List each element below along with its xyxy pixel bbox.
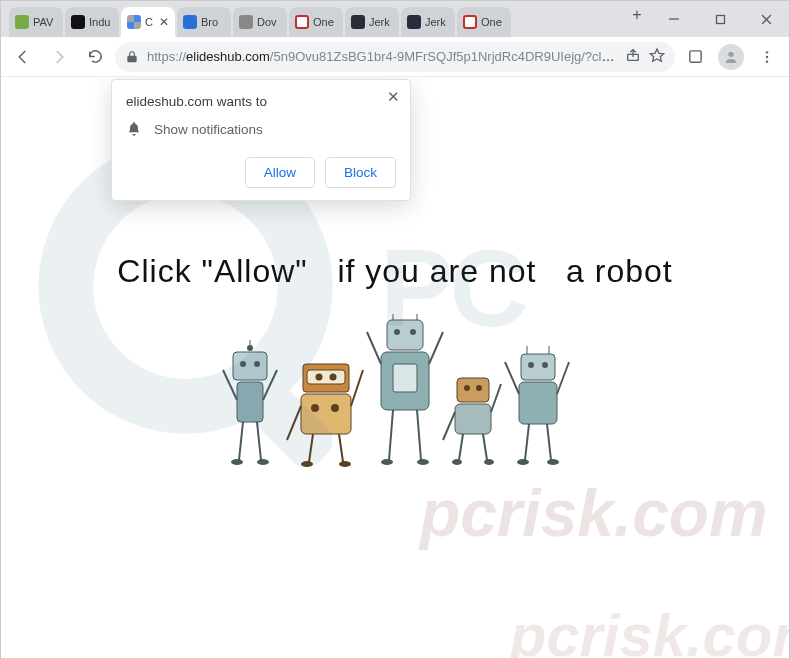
tab-label: C (145, 16, 153, 28)
browser-tab[interactable]: Bro (177, 7, 231, 37)
svg-rect-58 (455, 404, 491, 434)
svg-rect-1 (716, 15, 724, 23)
url-text: https://elideshub.com/5n9Ovu81ZsBG1br4-9… (147, 49, 617, 64)
share-icon[interactable] (625, 47, 641, 66)
svg-point-63 (452, 459, 462, 465)
tab-label: Bro (201, 16, 218, 28)
tab-strip: PAVInduC✕BroDovOneJerkJerkOne (1, 1, 623, 37)
favicon-icon (127, 15, 141, 29)
svg-point-20 (240, 361, 246, 367)
browser-tab[interactable]: One (457, 7, 511, 37)
svg-point-32 (330, 374, 337, 381)
svg-line-39 (339, 434, 343, 462)
back-button[interactable] (7, 41, 39, 73)
svg-line-38 (309, 434, 313, 462)
browser-tab[interactable]: Dov (233, 7, 287, 37)
svg-point-21 (254, 361, 260, 367)
svg-line-37 (351, 370, 363, 406)
svg-point-67 (542, 362, 548, 368)
svg-line-49 (367, 332, 381, 364)
svg-point-8 (728, 51, 733, 56)
new-tab-button[interactable]: + (623, 1, 651, 29)
svg-rect-48 (393, 364, 417, 392)
browser-tab[interactable]: Jerk (401, 7, 455, 37)
favicon-icon (407, 15, 421, 29)
svg-point-10 (766, 55, 768, 57)
profile-avatar[interactable] (715, 41, 747, 73)
address-bar[interactable]: https://elideshub.com/5n9Ovu81ZsBG1br4-9… (115, 42, 675, 72)
plus-icon: + (632, 6, 641, 24)
browser-tab[interactable]: C✕ (121, 7, 175, 37)
svg-point-75 (517, 459, 529, 465)
extensions-button[interactable] (679, 41, 711, 73)
svg-rect-33 (301, 394, 351, 434)
svg-point-35 (331, 404, 339, 412)
page-content: PC pcrisk.com pcrisk.com ✕ elideshub.com… (1, 77, 789, 658)
block-button[interactable]: Block (325, 157, 396, 188)
browser-tab[interactable]: PAV (9, 7, 63, 37)
favicon-icon (183, 15, 197, 29)
allow-button[interactable]: Allow (245, 157, 315, 188)
menu-button[interactable] (751, 41, 783, 73)
maximize-button[interactable] (697, 1, 743, 37)
svg-point-31 (316, 374, 323, 381)
svg-rect-30 (307, 370, 345, 384)
svg-rect-55 (457, 378, 489, 402)
popup-line: Show notifications (154, 122, 263, 137)
forward-button[interactable] (43, 41, 75, 73)
svg-line-52 (417, 410, 421, 460)
lock-icon (125, 50, 139, 64)
favicon-icon (239, 15, 253, 29)
close-popup-button[interactable]: ✕ (387, 88, 400, 106)
svg-point-44 (410, 329, 416, 335)
svg-marker-6 (650, 49, 663, 61)
svg-text:pcrisk.com: pcrisk.com (508, 602, 789, 658)
favicon-icon (463, 15, 477, 29)
robots-illustration (215, 310, 575, 480)
svg-point-57 (476, 385, 482, 391)
close-window-button[interactable] (743, 1, 789, 37)
svg-point-54 (417, 459, 429, 465)
tab-label: Jerk (425, 16, 446, 28)
tab-label: PAV (33, 16, 53, 28)
svg-line-51 (389, 410, 393, 460)
tab-label: Dov (257, 16, 277, 28)
star-icon[interactable] (649, 47, 665, 66)
svg-line-61 (459, 434, 463, 460)
page-headline: Click "Allow" if you are not a robot (1, 253, 789, 290)
favicon-icon (71, 15, 85, 29)
tab-label: Indu (89, 16, 110, 28)
svg-point-53 (381, 459, 393, 465)
svg-point-41 (339, 461, 351, 467)
svg-line-36 (287, 406, 301, 440)
svg-point-64 (484, 459, 494, 465)
svg-point-76 (547, 459, 559, 465)
tab-label: Jerk (369, 16, 390, 28)
svg-line-62 (483, 434, 487, 460)
bell-icon (126, 121, 142, 137)
svg-rect-70 (519, 382, 557, 424)
svg-line-71 (505, 362, 519, 394)
svg-line-50 (429, 332, 443, 364)
browser-tab[interactable]: One (289, 7, 343, 37)
svg-point-11 (766, 60, 768, 62)
reload-button[interactable] (79, 41, 111, 73)
svg-point-66 (528, 362, 534, 368)
browser-tab[interactable]: Indu (65, 7, 119, 37)
favicon-icon (295, 15, 309, 29)
popup-title: elideshub.com wants to (126, 94, 396, 109)
window-controls (651, 1, 789, 37)
permission-popup: ✕ elideshub.com wants to Show notificati… (111, 79, 411, 201)
svg-line-59 (443, 412, 455, 440)
svg-point-9 (766, 51, 768, 53)
tab-label: One (481, 16, 502, 28)
minimize-button[interactable] (651, 1, 697, 37)
svg-line-73 (525, 424, 529, 460)
svg-line-26 (257, 422, 261, 460)
close-tab-icon[interactable]: ✕ (159, 15, 169, 29)
browser-tab[interactable]: Jerk (345, 7, 399, 37)
favicon-icon (15, 15, 29, 29)
window-titlebar: PAVInduC✕BroDovOneJerkJerkOne + (1, 1, 789, 37)
svg-line-72 (557, 362, 569, 394)
svg-rect-17 (233, 352, 267, 380)
